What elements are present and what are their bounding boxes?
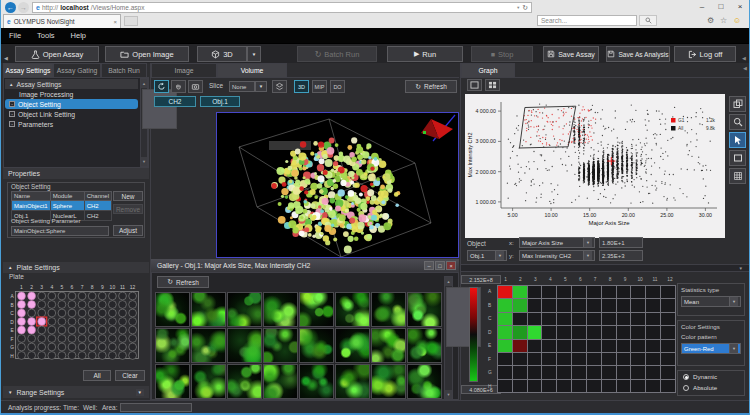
heatmap-cell-C3[interactable] bbox=[528, 313, 542, 325]
scroll-down-icon[interactable]: ▼ bbox=[445, 390, 452, 399]
menu-help[interactable]: Help bbox=[71, 31, 86, 40]
heatmap-section-splitter[interactable]: ▼ bbox=[461, 264, 749, 272]
plate-well-B3[interactable] bbox=[38, 301, 46, 309]
heatmap-cell-G5[interactable] bbox=[557, 366, 571, 378]
menu-file[interactable]: File bbox=[9, 31, 21, 40]
plate-well-D5[interactable] bbox=[58, 318, 66, 326]
browser-back-button[interactable]: ← bbox=[5, 2, 16, 13]
plate-well-G5[interactable] bbox=[58, 343, 66, 351]
run-button[interactable]: ▶ Run bbox=[387, 46, 463, 62]
plate-well-F9[interactable] bbox=[98, 335, 106, 343]
heatmap-cell-H7[interactable] bbox=[587, 380, 601, 392]
plate-well-E3[interactable] bbox=[38, 326, 46, 334]
heatmap-cell-D3[interactable] bbox=[528, 326, 542, 338]
heatmap-cell-G1[interactable] bbox=[498, 366, 512, 378]
heatmap-cell-D10[interactable] bbox=[631, 326, 645, 338]
plate-well-G10[interactable] bbox=[109, 343, 117, 351]
pan-tool-button[interactable] bbox=[171, 80, 186, 93]
heatmap-cell-D12[interactable] bbox=[661, 326, 675, 338]
toolbar-overflow-icon[interactable]: ◀ bbox=[742, 55, 746, 61]
column-header-channel[interactable]: Channel bbox=[84, 192, 111, 201]
tree-item-parameters[interactable]: -Parameters bbox=[5, 119, 138, 129]
plate-well-B2[interactable] bbox=[28, 301, 36, 309]
save-as-analysis-button[interactable]: Save As Analysis bbox=[606, 46, 670, 62]
plate-well-E1[interactable] bbox=[18, 326, 26, 334]
gallery-thumb[interactable] bbox=[335, 364, 370, 399]
plate-well-G7[interactable] bbox=[78, 343, 86, 351]
plate-well-A10[interactable] bbox=[109, 292, 117, 300]
plate-well-F7[interactable] bbox=[78, 335, 86, 343]
plate-well-F8[interactable] bbox=[88, 335, 96, 343]
plate-well-B10[interactable] bbox=[109, 301, 117, 309]
plate-well-H3[interactable] bbox=[38, 352, 46, 360]
heatmap-cell-F7[interactable] bbox=[587, 353, 601, 365]
tree-item-object-link-setting[interactable]: -Object Link Setting bbox=[5, 109, 138, 119]
scroll-up-icon[interactable]: ▲ bbox=[141, 79, 147, 88]
plate-well-C8[interactable] bbox=[88, 309, 96, 317]
heatmap-cell-B1[interactable] bbox=[498, 299, 512, 311]
heatmap-cell-C12[interactable] bbox=[661, 313, 675, 325]
gallery-thumb[interactable] bbox=[299, 292, 334, 327]
view-3d-dropdown-arrow[interactable]: ▼ bbox=[247, 46, 261, 62]
plate-well-G1[interactable] bbox=[18, 343, 26, 351]
open-assay-button[interactable]: Open Assay bbox=[15, 46, 99, 62]
render-mode-do-button[interactable]: DO bbox=[330, 80, 345, 93]
heatmap-cell-F8[interactable] bbox=[602, 353, 616, 365]
gallery-thumb[interactable] bbox=[371, 364, 406, 399]
heatmap-cell-B11[interactable] bbox=[646, 299, 660, 311]
plate-well-C12[interactable] bbox=[129, 309, 137, 317]
plate-well-E5[interactable] bbox=[58, 326, 66, 334]
heatmap-cell-G2[interactable] bbox=[513, 366, 527, 378]
plate-well-E8[interactable] bbox=[88, 326, 96, 334]
heatmap-cell-H4[interactable] bbox=[542, 380, 556, 392]
heatmap[interactable] bbox=[497, 285, 676, 393]
tab-graph[interactable]: Graph bbox=[461, 63, 515, 77]
heatmap-cell-G11[interactable] bbox=[646, 366, 660, 378]
heatmap-cell-A3[interactable] bbox=[528, 286, 542, 298]
y-axis-feature-select[interactable]: Max Intensity CH2▼ bbox=[519, 250, 595, 261]
heatmap-cell-A12[interactable] bbox=[661, 286, 675, 298]
heatmap-cell-D8[interactable] bbox=[602, 326, 616, 338]
radio-absolute[interactable]: Absolute bbox=[683, 384, 717, 391]
plate-well-B11[interactable] bbox=[119, 301, 127, 309]
heatmap-cell-E2[interactable] bbox=[513, 340, 527, 352]
plate-well-G3[interactable] bbox=[38, 343, 46, 351]
right-panel-collapse-icon[interactable]: ◀ bbox=[743, 65, 747, 71]
plate-well-E11[interactable] bbox=[119, 326, 127, 334]
heatmap-cell-A1[interactable] bbox=[498, 286, 512, 298]
heatmap-cell-D5[interactable] bbox=[557, 326, 571, 338]
plate-well-E4[interactable] bbox=[48, 326, 56, 334]
plate-well-D11[interactable] bbox=[119, 318, 127, 326]
object-setting-parameter-field[interactable]: MainObject:Sphere bbox=[11, 226, 109, 236]
gallery-thumb[interactable] bbox=[299, 364, 334, 399]
heatmap-cell-A2[interactable] bbox=[513, 286, 527, 298]
object-setting-row[interactable]: MainObject1SphereCH2 bbox=[12, 201, 112, 211]
plate-well-A1[interactable] bbox=[18, 292, 26, 300]
color-pattern-select[interactable]: Green-Red▼ bbox=[681, 343, 741, 354]
tree-item-assay-settings[interactable]: ▲Assay Settings bbox=[5, 79, 138, 89]
table-view-tool[interactable] bbox=[729, 168, 746, 184]
slice-select-arrow[interactable]: ▼ bbox=[255, 81, 267, 92]
search-input[interactable]: Search... bbox=[537, 15, 637, 26]
plate-well-D9[interactable] bbox=[98, 318, 106, 326]
heatmap-cell-B4[interactable] bbox=[542, 299, 556, 311]
plate-well-A9[interactable] bbox=[98, 292, 106, 300]
plate-well-C10[interactable] bbox=[109, 309, 117, 317]
segmented-spheroid[interactable] bbox=[271, 137, 400, 253]
heatmap-cell-E8[interactable] bbox=[602, 340, 616, 352]
tab-close-icon[interactable]: × bbox=[113, 19, 117, 25]
heatmap-cell-A11[interactable] bbox=[646, 286, 660, 298]
heatmap-cell-G3[interactable] bbox=[528, 366, 542, 378]
plate-well-A4[interactable] bbox=[48, 292, 56, 300]
gallery-refresh-button[interactable]: ↻ Refresh bbox=[157, 276, 209, 288]
heatmap-cell-G10[interactable] bbox=[631, 366, 645, 378]
heatmap-cell-D1[interactable] bbox=[498, 326, 512, 338]
heatmap-cell-H12[interactable] bbox=[661, 380, 675, 392]
heatmap-cell-H10[interactable] bbox=[631, 380, 645, 392]
gallery-minimize-button[interactable]: – bbox=[424, 261, 434, 270]
heatmap-cell-C9[interactable] bbox=[617, 313, 631, 325]
plate-well-A12[interactable] bbox=[129, 292, 137, 300]
plate-well-B4[interactable] bbox=[48, 301, 56, 309]
heatmap-cell-E12[interactable] bbox=[661, 340, 675, 352]
page-refresh-icon[interactable]: ↻ bbox=[522, 4, 528, 12]
